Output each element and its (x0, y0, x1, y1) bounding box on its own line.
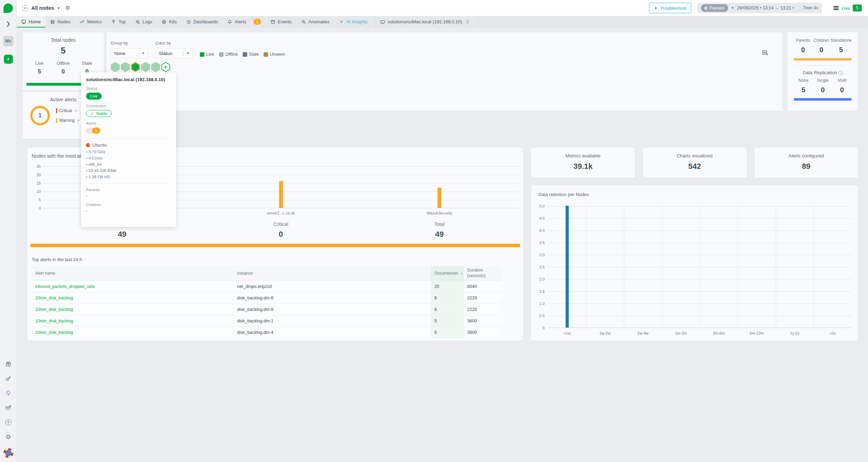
user-avatar[interactable] (3, 448, 13, 458)
x-axis-label: WazuhSecurity (360, 211, 519, 215)
col-duration[interactable]: Duration(seconds) (464, 268, 501, 279)
col-occurrences[interactable]: Occurrences↓ (431, 266, 464, 281)
x-axis-label: 1w-2w (586, 331, 624, 335)
stat-value: 0 (202, 230, 360, 239)
room-settings-icon[interactable]: ⚙ (65, 5, 70, 11)
room-scope-icon (22, 5, 28, 11)
add-node-hexagon[interactable] (161, 62, 170, 72)
col-value: 0 (812, 46, 831, 54)
node-hexagon[interactable] (151, 62, 160, 72)
node-hexagon[interactable] (111, 62, 120, 72)
node-hexagon[interactable] (141, 62, 150, 72)
alert-name-link[interactable]: inbound_packets_dropped_ratio (32, 284, 234, 289)
live-count-badge[interactable]: 5 (853, 5, 862, 11)
y-axis-tick: 10 (30, 189, 41, 194)
alert-name-link[interactable]: 10min_disk_backlog (32, 296, 234, 300)
spec-line: • x86_64 (86, 162, 171, 166)
tab-ai-insights[interactable]: AI Insights (335, 16, 373, 28)
col-alert-name[interactable]: Alert name (32, 271, 234, 276)
key-icon[interactable] (5, 375, 12, 382)
y-axis-tick: 4.5 (534, 216, 545, 220)
col-label: Multi (832, 78, 852, 83)
table-row[interactable]: 10min_disk_backlogdisk_backlog.dm-153600 (32, 315, 501, 327)
playback-pill[interactable]: Paused (701, 4, 728, 12)
table-row[interactable]: 10min_disk_backlogdisk_backlog.dm-662220 (32, 292, 501, 304)
tooltip-status-label: Status (86, 86, 171, 91)
tab-logs[interactable]: Logs (131, 16, 157, 28)
y-axis-tick: 3.0 (534, 253, 545, 257)
external-link-icon: ↗ (77, 119, 79, 123)
alerts-chart-title: Nodes with the most alerts (32, 153, 89, 159)
info-icon[interactable]: i (838, 71, 843, 75)
alert-link-critical[interactable]: Critical↗ (56, 108, 80, 113)
legend-unseen: Unseen (264, 52, 285, 57)
add-node-icon[interactable] (761, 49, 768, 57)
alert-bar-server1...c.co.uk[interactable] (279, 181, 283, 208)
stat-card-charts-visualized: Charts visualized542 (643, 148, 746, 178)
tab-events[interactable]: Events (266, 16, 297, 28)
retention-title: Data retention per Nodes (538, 192, 589, 197)
tab-top[interactable]: Top (107, 16, 131, 28)
tab-alerts[interactable]: Alerts01 (223, 16, 266, 28)
stat-label: Critical (202, 221, 360, 227)
alerts-badge: 01 (249, 19, 261, 25)
occurrences-cell: 20 (431, 281, 464, 292)
node-status-live: Live5 (28, 61, 51, 75)
severity-label: Critical (59, 108, 72, 113)
y-axis-tick: 15 (30, 181, 41, 185)
table-row[interactable]: 10min_disk_backlogdisk_backlog.dm-453600 (32, 327, 501, 338)
y-axis-tick: 5 (30, 198, 41, 202)
tab-nodes[interactable]: Nodes (46, 16, 76, 28)
tab-home[interactable]: Home (17, 16, 46, 28)
lightbulb-icon[interactable] (5, 390, 12, 397)
alert-name-link[interactable]: 10min_disk_backlog (32, 330, 234, 335)
logs-tab-icon (135, 19, 140, 24)
color-by-select[interactable]: Status |▼ (155, 48, 193, 58)
tab-k8s[interactable]: K8s (157, 16, 181, 28)
stat-card-value: 89 (754, 162, 858, 171)
occurrences-cell: 5 (431, 315, 464, 327)
sparkle-icon: ✦ (654, 6, 658, 11)
stat-label: Total (360, 221, 519, 227)
alert-bar-WazuhSecurity[interactable] (438, 188, 441, 208)
external-link-icon: ↗ (74, 109, 77, 113)
tooltip-alerts-label: Alerts (86, 121, 171, 125)
settings-icon[interactable]: ⚙ (5, 433, 12, 440)
help-icon[interactable]: ? (5, 419, 12, 426)
room-chevron-down-icon[interactable]: ▼ (57, 6, 60, 10)
feedback-icon[interactable] (5, 404, 12, 411)
time-picker[interactable]: Paused ▼ 28/09/2025 • 13:14 → 13:21 • 7m… (697, 3, 822, 13)
live-label: Live (842, 6, 850, 11)
retention-bar-<1w[interactable] (565, 206, 569, 328)
node-hexagon-selected[interactable] (131, 62, 140, 72)
alerts-count-pill[interactable]: 0 1 (86, 127, 100, 134)
tab-anomalies[interactable]: Anomalies (297, 16, 335, 28)
tab-node-solutionsincimac[interactable]: solutionsinciMac.local (192.168.0.10) (376, 16, 474, 28)
alert-name-link[interactable]: 10min_disk_backlog (32, 319, 234, 323)
room-name[interactable]: All nodes (31, 5, 54, 11)
gift-icon[interactable] (5, 360, 12, 367)
metrics-tab-icon (80, 19, 85, 24)
date-range[interactable]: 28/09/2025 • 13:14 → 13:21 • (737, 6, 794, 10)
occurrences-cell: 5 (431, 327, 464, 338)
tab-dashboards[interactable]: Dashboards (182, 16, 223, 28)
alert-link-warning[interactable]: Warning↗ (56, 118, 80, 123)
sidebar-expand-icon[interactable]: ❯ (6, 21, 10, 27)
alert-name-link[interactable]: 10min_disk_backlog (32, 307, 234, 312)
node-hexagon[interactable] (121, 62, 130, 72)
workspace-badge[interactable]: Ms (3, 36, 14, 46)
drag-grip-icon[interactable] (467, 20, 469, 24)
group-by-select[interactable]: None |▼ (111, 48, 148, 58)
time-chevron-down-icon[interactable]: ▼ (731, 6, 734, 10)
y-axis-tick: 1.0 (534, 302, 545, 306)
troubleshoot-button[interactable]: ✦ Troubleshoot (649, 3, 691, 13)
col-instance[interactable]: Instance (234, 271, 431, 276)
sort-desc-icon[interactable]: ↓ (461, 271, 463, 276)
table-row[interactable]: inbound_packets_dropped_rationet_drops.e… (32, 281, 501, 292)
add-workspace-button[interactable]: + (4, 55, 13, 64)
table-row[interactable]: 10min_disk_backlogdisk_backlog.dm-862220 (32, 304, 501, 315)
instance-cell: disk_backlog.dm-1 (234, 319, 431, 323)
tab-metrics[interactable]: Metrics (75, 16, 107, 28)
duration-cell: 3600 (464, 319, 501, 323)
v-gridline (700, 206, 700, 328)
